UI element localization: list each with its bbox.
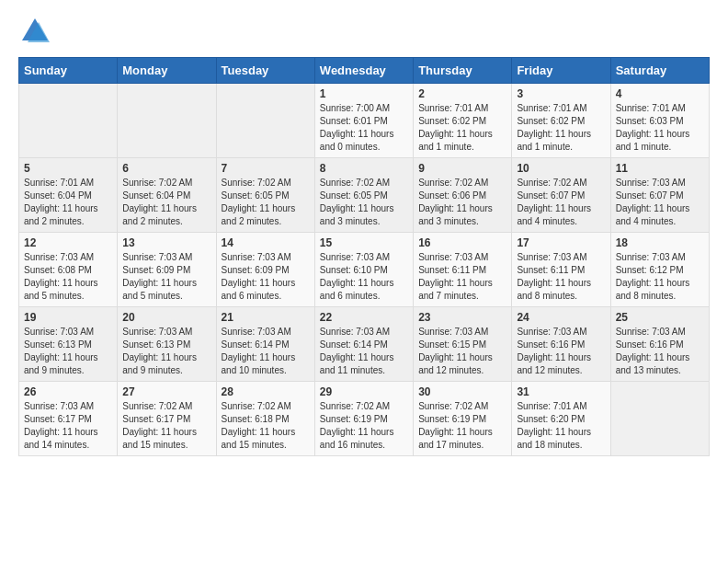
day-number: 23 bbox=[418, 311, 506, 324]
calendar-cell: 13Sunrise: 7:03 AM Sunset: 6:09 PM Dayli… bbox=[118, 233, 216, 307]
day-number: 2 bbox=[418, 87, 506, 100]
day-number: 3 bbox=[517, 87, 605, 100]
calendar-cell: 23Sunrise: 7:03 AM Sunset: 6:15 PM Dayli… bbox=[414, 307, 512, 382]
day-info: Sunrise: 7:01 AM Sunset: 6:03 PM Dayligh… bbox=[616, 102, 704, 154]
calendar-cell: 11Sunrise: 7:03 AM Sunset: 6:07 PM Dayli… bbox=[610, 158, 709, 233]
day-info: Sunrise: 7:03 AM Sunset: 6:10 PM Dayligh… bbox=[320, 251, 408, 303]
calendar-cell: 18Sunrise: 7:03 AM Sunset: 6:12 PM Dayli… bbox=[610, 233, 709, 307]
calendar-cell: 17Sunrise: 7:03 AM Sunset: 6:11 PM Dayli… bbox=[512, 233, 610, 307]
day-number: 20 bbox=[122, 311, 210, 324]
day-info: Sunrise: 7:03 AM Sunset: 6:17 PM Dayligh… bbox=[24, 400, 112, 452]
calendar-week-row: 5Sunrise: 7:01 AM Sunset: 6:04 PM Daylig… bbox=[19, 158, 710, 233]
day-number: 1 bbox=[320, 87, 408, 100]
day-number: 11 bbox=[616, 162, 704, 175]
calendar-cell: 15Sunrise: 7:03 AM Sunset: 6:10 PM Dayli… bbox=[314, 233, 413, 307]
calendar-cell: 10Sunrise: 7:02 AM Sunset: 6:07 PM Dayli… bbox=[512, 158, 610, 233]
day-info: Sunrise: 7:02 AM Sunset: 6:17 PM Dayligh… bbox=[122, 400, 210, 452]
day-info: Sunrise: 7:03 AM Sunset: 6:13 PM Dayligh… bbox=[122, 326, 210, 377]
day-number: 24 bbox=[517, 311, 605, 324]
calendar-cell: 31Sunrise: 7:01 AM Sunset: 6:20 PM Dayli… bbox=[512, 382, 610, 456]
calendar-day-header: Wednesday bbox=[314, 58, 413, 84]
calendar-cell: 19Sunrise: 7:03 AM Sunset: 6:13 PM Dayli… bbox=[19, 307, 118, 382]
day-info: Sunrise: 7:03 AM Sunset: 6:07 PM Dayligh… bbox=[616, 177, 704, 228]
calendar-cell bbox=[610, 382, 709, 456]
calendar-day-header: Friday bbox=[512, 58, 610, 84]
day-info: Sunrise: 7:03 AM Sunset: 6:16 PM Dayligh… bbox=[517, 326, 605, 377]
day-number: 25 bbox=[616, 311, 704, 324]
day-info: Sunrise: 7:03 AM Sunset: 6:08 PM Dayligh… bbox=[24, 251, 112, 303]
day-info: Sunrise: 7:03 AM Sunset: 6:12 PM Dayligh… bbox=[616, 251, 704, 303]
calendar-cell: 28Sunrise: 7:02 AM Sunset: 6:18 PM Dayli… bbox=[216, 382, 314, 456]
calendar-week-row: 12Sunrise: 7:03 AM Sunset: 6:08 PM Dayli… bbox=[19, 233, 710, 307]
calendar-cell: 26Sunrise: 7:03 AM Sunset: 6:17 PM Dayli… bbox=[19, 382, 118, 456]
day-info: Sunrise: 7:03 AM Sunset: 6:09 PM Dayligh… bbox=[122, 251, 210, 303]
day-number: 27 bbox=[122, 385, 210, 398]
day-info: Sunrise: 7:02 AM Sunset: 6:07 PM Dayligh… bbox=[517, 177, 605, 228]
day-info: Sunrise: 7:01 AM Sunset: 6:02 PM Dayligh… bbox=[418, 102, 506, 154]
calendar-week-row: 1Sunrise: 7:00 AM Sunset: 6:01 PM Daylig… bbox=[19, 84, 710, 158]
day-number: 18 bbox=[616, 236, 704, 249]
day-info: Sunrise: 7:02 AM Sunset: 6:18 PM Dayligh… bbox=[222, 400, 310, 452]
calendar-week-row: 26Sunrise: 7:03 AM Sunset: 6:17 PM Dayli… bbox=[19, 382, 710, 456]
calendar-cell: 29Sunrise: 7:02 AM Sunset: 6:19 PM Dayli… bbox=[314, 382, 413, 456]
day-number: 6 bbox=[122, 162, 210, 175]
calendar-day-header: Saturday bbox=[610, 58, 709, 84]
day-number: 17 bbox=[517, 236, 605, 249]
day-info: Sunrise: 7:03 AM Sunset: 6:11 PM Dayligh… bbox=[517, 251, 605, 303]
day-info: Sunrise: 7:03 AM Sunset: 6:09 PM Dayligh… bbox=[222, 251, 310, 303]
calendar-cell: 25Sunrise: 7:03 AM Sunset: 6:16 PM Dayli… bbox=[610, 307, 709, 382]
day-number: 15 bbox=[320, 236, 408, 249]
calendar-day-header: Tuesday bbox=[216, 58, 314, 84]
calendar-cell: 3Sunrise: 7:01 AM Sunset: 6:02 PM Daylig… bbox=[512, 84, 610, 158]
day-info: Sunrise: 7:00 AM Sunset: 6:01 PM Dayligh… bbox=[320, 102, 408, 154]
calendar-cell: 5Sunrise: 7:01 AM Sunset: 6:04 PM Daylig… bbox=[19, 158, 118, 233]
day-info: Sunrise: 7:01 AM Sunset: 6:20 PM Dayligh… bbox=[517, 400, 605, 452]
day-number: 26 bbox=[24, 385, 112, 398]
day-info: Sunrise: 7:02 AM Sunset: 6:05 PM Dayligh… bbox=[320, 177, 408, 228]
page: SundayMondayTuesdayWednesdayThursdayFrid… bbox=[0, 0, 728, 475]
day-number: 31 bbox=[517, 385, 605, 398]
day-info: Sunrise: 7:03 AM Sunset: 6:11 PM Dayligh… bbox=[418, 251, 506, 303]
calendar-day-header: Thursday bbox=[414, 58, 512, 84]
calendar-cell: 4Sunrise: 7:01 AM Sunset: 6:03 PM Daylig… bbox=[610, 84, 709, 158]
calendar-cell: 12Sunrise: 7:03 AM Sunset: 6:08 PM Dayli… bbox=[19, 233, 118, 307]
calendar-week-row: 19Sunrise: 7:03 AM Sunset: 6:13 PM Dayli… bbox=[19, 307, 710, 382]
day-number: 10 bbox=[517, 162, 605, 175]
calendar-cell: 21Sunrise: 7:03 AM Sunset: 6:14 PM Dayli… bbox=[216, 307, 314, 382]
calendar-cell: 8Sunrise: 7:02 AM Sunset: 6:05 PM Daylig… bbox=[314, 158, 413, 233]
day-info: Sunrise: 7:02 AM Sunset: 6:19 PM Dayligh… bbox=[418, 400, 506, 452]
day-info: Sunrise: 7:03 AM Sunset: 6:16 PM Dayligh… bbox=[616, 326, 704, 377]
day-info: Sunrise: 7:01 AM Sunset: 6:02 PM Dayligh… bbox=[517, 102, 605, 154]
day-number: 13 bbox=[122, 236, 210, 249]
calendar-cell: 1Sunrise: 7:00 AM Sunset: 6:01 PM Daylig… bbox=[314, 84, 413, 158]
calendar-cell: 6Sunrise: 7:02 AM Sunset: 6:04 PM Daylig… bbox=[118, 158, 216, 233]
day-info: Sunrise: 7:02 AM Sunset: 6:04 PM Dayligh… bbox=[122, 177, 210, 228]
day-number: 16 bbox=[418, 236, 506, 249]
calendar-cell: 7Sunrise: 7:02 AM Sunset: 6:05 PM Daylig… bbox=[216, 158, 314, 233]
calendar-cell: 20Sunrise: 7:03 AM Sunset: 6:13 PM Dayli… bbox=[118, 307, 216, 382]
calendar-cell bbox=[118, 84, 216, 158]
day-info: Sunrise: 7:03 AM Sunset: 6:13 PM Dayligh… bbox=[24, 326, 112, 377]
day-info: Sunrise: 7:02 AM Sunset: 6:06 PM Dayligh… bbox=[418, 177, 506, 228]
header bbox=[18, 15, 710, 48]
day-number: 29 bbox=[320, 385, 408, 398]
calendar-cell: 2Sunrise: 7:01 AM Sunset: 6:02 PM Daylig… bbox=[414, 84, 512, 158]
day-number: 9 bbox=[418, 162, 506, 175]
day-number: 30 bbox=[418, 385, 506, 398]
day-number: 8 bbox=[320, 162, 408, 175]
calendar-cell: 16Sunrise: 7:03 AM Sunset: 6:11 PM Dayli… bbox=[414, 233, 512, 307]
day-number: 7 bbox=[222, 162, 310, 175]
calendar-cell: 14Sunrise: 7:03 AM Sunset: 6:09 PM Dayli… bbox=[216, 233, 314, 307]
day-info: Sunrise: 7:02 AM Sunset: 6:19 PM Dayligh… bbox=[320, 400, 408, 452]
day-info: Sunrise: 7:03 AM Sunset: 6:15 PM Dayligh… bbox=[418, 326, 506, 377]
day-info: Sunrise: 7:01 AM Sunset: 6:04 PM Dayligh… bbox=[24, 177, 112, 228]
day-info: Sunrise: 7:03 AM Sunset: 6:14 PM Dayligh… bbox=[320, 326, 408, 377]
calendar-cell: 27Sunrise: 7:02 AM Sunset: 6:17 PM Dayli… bbox=[118, 382, 216, 456]
day-number: 21 bbox=[222, 311, 310, 324]
calendar-table: SundayMondayTuesdayWednesdayThursdayFrid… bbox=[18, 57, 710, 456]
logo-icon bbox=[18, 15, 51, 48]
day-info: Sunrise: 7:03 AM Sunset: 6:14 PM Dayligh… bbox=[222, 326, 310, 377]
calendar-day-header: Sunday bbox=[19, 58, 118, 84]
calendar-cell bbox=[19, 84, 118, 158]
day-info: Sunrise: 7:02 AM Sunset: 6:05 PM Dayligh… bbox=[222, 177, 310, 228]
